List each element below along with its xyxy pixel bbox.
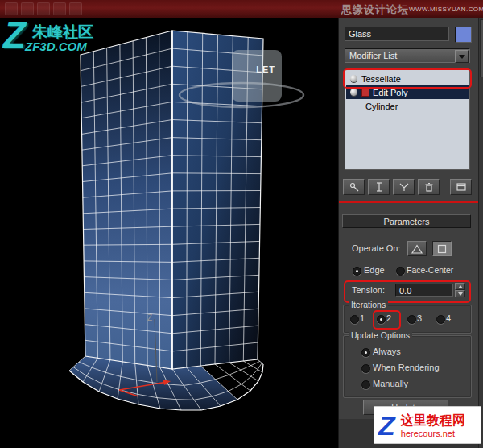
remove-modifier-button[interactable]	[418, 179, 440, 195]
triangle-icon	[411, 243, 423, 255]
pin-stack-icon	[348, 181, 361, 193]
update-when-rendering-radio[interactable]	[361, 364, 370, 373]
axis-z-label: Z	[147, 313, 152, 322]
spinner-up-button[interactable]	[455, 283, 465, 290]
stack-item-label: Edit Poly	[373, 88, 407, 97]
make-unique-icon	[398, 181, 411, 193]
top-toolbar: 思缘设计论坛 WWW.MISSYUAN.COM	[0, 0, 483, 19]
show-end-result-icon	[373, 181, 386, 193]
material-color-swatch[interactable]	[455, 27, 472, 43]
material-name-input[interactable]: Glass	[345, 27, 449, 41]
face-center-radio[interactable]	[396, 267, 405, 276]
make-unique-button[interactable]	[393, 179, 415, 195]
iterations-radio-3-label[interactable]: 3	[417, 313, 422, 323]
rollout-collapse-icon[interactable]: -	[349, 216, 352, 226]
stack-item-edit-poly[interactable]: Edit Poly	[346, 85, 469, 99]
tension-label: Tension:	[352, 285, 385, 295]
update-always-label[interactable]: Always	[373, 346, 401, 356]
spinner-down-button[interactable]	[455, 290, 465, 297]
scrollbar-thumb[interactable]	[480, 19, 483, 77]
iterations-radio-2[interactable]	[377, 315, 386, 324]
iterations-radio-4[interactable]	[436, 315, 445, 324]
tension-spinner[interactable]	[455, 283, 465, 297]
iterations-radio-1-label[interactable]: 1	[360, 313, 365, 323]
update-always-radio[interactable]	[361, 348, 370, 357]
pin-stack-button[interactable]	[343, 179, 365, 195]
viewport-3d[interactable]: Z Z 朱峰社区 ZF3D.COM LET	[0, 18, 338, 448]
edit-poly-icon	[361, 89, 369, 97]
screen: 思缘设计论坛 WWW.MISSYUAN.COM	[0, 0, 483, 448]
red-divider-line	[339, 201, 483, 203]
dropdown-arrow-button[interactable]	[455, 50, 469, 63]
toolbar-button[interactable]	[69, 2, 82, 15]
toolbar-button[interactable]	[37, 2, 50, 15]
iterations-group-label: Iterations	[349, 300, 388, 309]
stack-item-tessellate[interactable]: Tessellate	[346, 72, 469, 85]
herecours-logo-letter: Z	[378, 412, 395, 439]
herecours-texts: 这里教程网 herecours.net	[401, 413, 465, 438]
square-icon	[436, 243, 448, 255]
modifier-list-label: Modifier List	[349, 51, 397, 60]
configure-modifier-sets-icon	[455, 181, 468, 193]
triangle-down-icon	[458, 292, 463, 296]
update-when-rendering-label[interactable]: When Rendering	[373, 363, 440, 372]
stack-item-label: Tessellate	[361, 74, 401, 84]
drag-ghost-panel: LET	[232, 50, 282, 102]
toolbar-button[interactable]	[53, 2, 66, 15]
modifier-list-dropdown[interactable]: Modifier List	[345, 48, 470, 63]
show-end-result-button[interactable]	[368, 179, 390, 195]
chevron-down-icon	[459, 55, 465, 59]
zf3d-logo-site: ZF3D.COM	[25, 39, 87, 53]
parameters-rollout-header[interactable]: - Parameters	[342, 214, 471, 228]
face-center-radio-label[interactable]: Face-Center	[407, 265, 453, 275]
iterations-radio-3[interactable]	[407, 315, 416, 324]
operate-on-triangle-button[interactable]	[407, 241, 427, 256]
herecours-title: 这里教程网	[401, 413, 465, 429]
stack-item-label: Cylinder	[365, 102, 398, 111]
watermark-missyuan-text: 思缘设计论坛	[341, 2, 409, 17]
zf3d-logo-letter: Z	[3, 16, 26, 53]
configure-modifier-sets-button[interactable]	[450, 179, 472, 195]
update-manually-radio[interactable]	[361, 380, 370, 389]
watermark-missyuan-url: WWW.MISSYUAN.COM	[409, 6, 483, 13]
operate-on-polygon-button[interactable]	[432, 241, 452, 256]
triangle-up-icon	[458, 285, 463, 288]
panel-scrollbar[interactable]	[478, 18, 483, 448]
iterations-radio-4-label[interactable]: 4	[446, 313, 451, 323]
stack-item-cylinder[interactable]: Cylinder	[346, 99, 469, 113]
update-options-group-label: Update Options	[349, 330, 412, 340]
herecours-site: herecours.net	[401, 429, 465, 438]
bulb-icon[interactable]	[350, 89, 357, 96]
bulb-icon[interactable]	[350, 75, 357, 82]
footer-watermark: Z 这里教程网 herecours.net	[374, 406, 481, 444]
operate-on-label: Operate On:	[352, 243, 401, 253]
drag-ghost-label: LET	[232, 64, 282, 74]
iterations-radio-1[interactable]	[350, 315, 359, 324]
edge-radio-label[interactable]: Edge	[364, 265, 385, 275]
iterations-radio-2-label[interactable]: 2	[386, 313, 391, 323]
update-manually-label[interactable]: Manually	[373, 379, 408, 388]
wireframe-object[interactable]: Z	[0, 18, 338, 448]
rollout-title: Parameters	[384, 217, 430, 226]
modifier-stack-list[interactable]: Tessellate Edit Poly Cylinder	[345, 68, 470, 170]
tension-input[interactable]: 0.0	[395, 284, 453, 297]
command-panel: Glass Modifier List Tessellate Edit Poly…	[338, 18, 483, 448]
edge-radio[interactable]	[353, 267, 361, 276]
remove-modifier-icon	[423, 181, 436, 193]
